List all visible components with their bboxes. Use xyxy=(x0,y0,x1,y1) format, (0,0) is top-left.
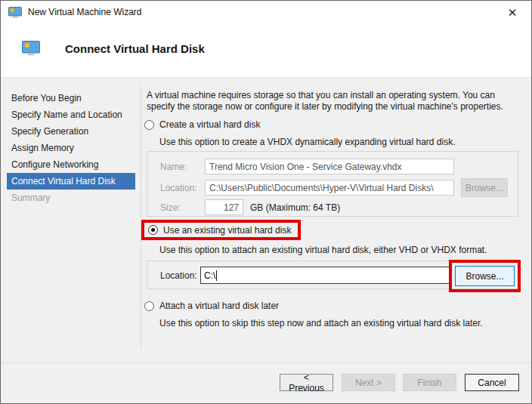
wizard-monitor-icon xyxy=(22,41,40,59)
size-input[interactable] xyxy=(205,199,243,215)
sidebar-item-before-you-begin[interactable]: Before You Begin xyxy=(1,90,141,106)
sidebar-item-summary[interactable]: Summary xyxy=(1,190,141,206)
app-icon xyxy=(8,7,22,21)
text-caret xyxy=(216,270,217,281)
existing-location-input[interactable]: C:\ xyxy=(200,267,451,284)
banner: Connect Virtual Hard Disk xyxy=(1,24,531,77)
previous-button[interactable]: < Previous xyxy=(280,374,333,391)
sidebar-item-specify-name-and-location[interactable]: Specify Name and Location xyxy=(1,106,141,123)
footer-divider xyxy=(1,362,531,363)
existing-location-value: C:\ xyxy=(204,270,215,281)
radio-checked-icon[interactable] xyxy=(148,225,158,235)
page-title: Connect Virtual Hard Disk xyxy=(65,42,205,55)
sidebar-item-connect-virtual-hard-disk[interactable]: Connect Virtual Hard Disk xyxy=(7,173,135,190)
radio-create-virtual-hard-disk[interactable]: Create a virtual hard disk xyxy=(144,119,260,130)
create-disk-fields-group: Name: Location: Browse... Size: GB (Maxi… xyxy=(147,151,518,217)
window-title: New Virtual Machine Wizard xyxy=(28,1,142,24)
size-label: Size: xyxy=(160,202,181,213)
sidebar: Before You Begin Specify Name and Locati… xyxy=(1,90,141,206)
radio-unchecked-icon xyxy=(144,120,154,130)
create-description: Use this option to create a VHDX dynamic… xyxy=(159,137,456,147)
next-button[interactable]: Next > xyxy=(342,374,395,391)
sidebar-item-assign-memory[interactable]: Assign Memory xyxy=(1,140,141,156)
existing-description: Use this option to attach an existing vi… xyxy=(159,245,487,255)
radio-unchecked-icon xyxy=(144,301,154,311)
annotation-box-existing-radio: Use an existing virtual hard disk xyxy=(141,220,301,240)
titlebar: New Virtual Machine Wizard ✕ xyxy=(1,1,531,24)
existing-browse-button[interactable]: Browse... xyxy=(455,266,515,286)
radio-create-label: Create a virtual hard disk xyxy=(159,119,260,130)
radio-attach-later[interactable]: Attach a virtual hard disk later xyxy=(144,301,279,311)
radio-existing-label[interactable]: Use an existing virtual hard disk xyxy=(163,225,291,236)
sidebar-item-configure-networking[interactable]: Configure Networking xyxy=(1,156,141,173)
create-location-input[interactable] xyxy=(205,180,454,196)
intro-text: A virtual machine requires storage so th… xyxy=(147,90,515,113)
size-suffix: GB (Maximum: 64 TB) xyxy=(250,202,340,213)
finish-button[interactable]: Finish xyxy=(403,374,456,391)
close-button[interactable]: ✕ xyxy=(501,1,524,24)
sidebar-divider xyxy=(141,85,141,348)
existing-location-label: Location: xyxy=(160,270,197,281)
body: Before You Begin Specify Name and Locati… xyxy=(1,77,531,404)
later-description: Use this option to skip this step now an… xyxy=(159,318,483,328)
annotation-box-browse: Browse... xyxy=(449,260,521,292)
create-browse-button[interactable]: Browse... xyxy=(461,178,508,197)
name-label: Name: xyxy=(160,162,187,172)
name-input[interactable] xyxy=(205,159,454,174)
radio-later-label: Attach a virtual hard disk later xyxy=(159,301,279,311)
cancel-button[interactable]: Cancel xyxy=(465,374,519,391)
close-icon: ✕ xyxy=(508,6,518,20)
sidebar-item-specify-generation[interactable]: Specify Generation xyxy=(1,123,141,140)
create-location-label: Location: xyxy=(160,183,197,193)
wizard-window: New Virtual Machine Wizard ✕ Connect Vir… xyxy=(0,0,532,404)
